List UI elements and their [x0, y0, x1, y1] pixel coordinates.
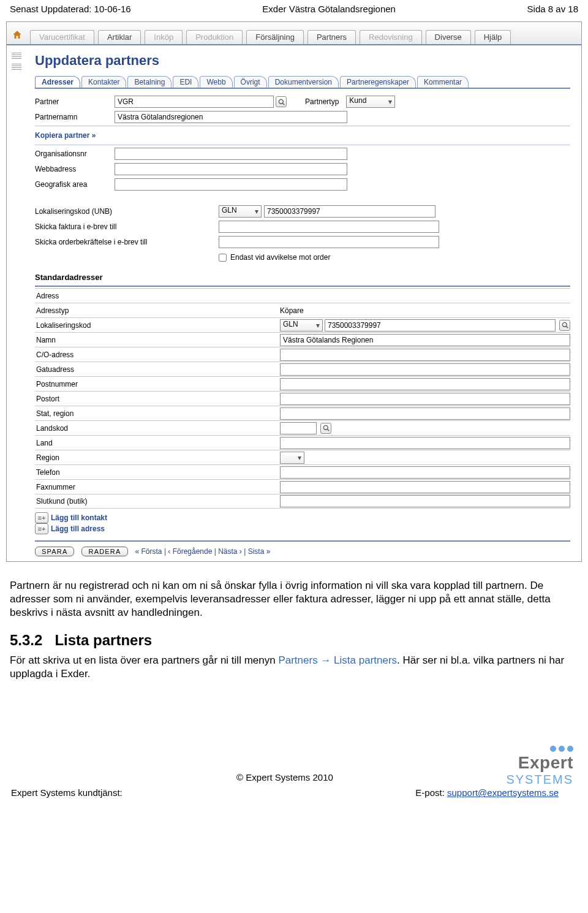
sidebar-icon[interactable]: [12, 64, 21, 71]
topnav-artiklar[interactable]: Artiklar: [98, 30, 141, 44]
svg-point-0: [279, 99, 283, 104]
addr-postnummer-label: Postnummer: [35, 380, 280, 388]
add-address-link[interactable]: Lägg till adress: [51, 525, 105, 533]
addr-postnummer-input[interactable]: [280, 378, 570, 390]
addr-region-label: Region: [35, 453, 280, 462]
partnertyp-select[interactable]: Kund: [346, 96, 395, 108]
label-partnertyp: Partnertyp: [305, 97, 342, 106]
tab-kontakter[interactable]: Kontakter: [81, 76, 126, 88]
topnav-varucertifikat[interactable]: Varucertifikat: [30, 30, 94, 44]
addr-postort-input[interactable]: [280, 393, 570, 405]
sidebar-icon[interactable]: [12, 53, 21, 60]
search-partner-icon[interactable]: [276, 96, 287, 107]
add-contact-icon[interactable]: ≡+: [35, 512, 48, 523]
page-title: Uppdatera partners: [35, 53, 570, 69]
webbadress-input[interactable]: [115, 163, 347, 175]
addr-faxnummer-label: Faxnummer: [35, 483, 280, 491]
addr-gatuadress-label: Gatuadress: [35, 365, 280, 374]
svg-point-4: [323, 425, 328, 430]
topnav-hjalp[interactable]: Hjälp: [475, 30, 511, 44]
expert-systems-logo: Expert SYSTEMS: [506, 746, 573, 787]
addr-loc-search-icon[interactable]: [559, 320, 570, 331]
addr-land-input[interactable]: [280, 437, 570, 449]
add-address-icon[interactable]: ≡+: [35, 523, 48, 534]
label-organisationsnr: Organisationsnr: [35, 150, 115, 158]
addr-slutkund-label: Slutkund (butik): [35, 497, 280, 506]
tab-dokumentversion[interactable]: Dokumentversion: [268, 76, 339, 88]
addr-region-select[interactable]: [280, 452, 304, 464]
save-button[interactable]: SPARA: [35, 547, 74, 556]
topnav-partners[interactable]: Partners: [307, 30, 356, 44]
addr-adresstyp-label: Adresstyp: [35, 306, 280, 315]
tab-edi[interactable]: EDI: [173, 76, 198, 88]
topnav-inkop[interactable]: Inköp: [145, 30, 183, 44]
footer-email-link[interactable]: support@expertsystems.se: [447, 787, 559, 798]
doc-header-right: Sida 8 av 18: [527, 4, 578, 14]
record-nav[interactable]: « Första | ‹ Föregående | Nästa › | Sist…: [135, 547, 271, 556]
addr-landskod-search-icon[interactable]: [320, 423, 331, 434]
addr-slutkund-input[interactable]: [280, 495, 570, 507]
topnav-diverse[interactable]: Diverse: [426, 30, 471, 44]
label-partnernamn: Partnernamn: [35, 113, 115, 121]
addr-stat-region-label: Stat, region: [35, 409, 280, 418]
home-icon[interactable]: [12, 29, 23, 40]
addr-landskod-input[interactable]: [280, 422, 317, 434]
topnav-forsaljning[interactable]: Försäljning: [246, 30, 304, 44]
kopiera-partner-link[interactable]: Kopiera partner »: [35, 131, 570, 140]
doc-paragraph-2: För att skriva ut en lista över era part…: [10, 654, 578, 681]
doc-paragraph-1: Partnern är nu registrerad och ni kan om…: [10, 579, 578, 619]
tab-kommentar[interactable]: Kommentar: [417, 76, 469, 88]
addr-lokaliseringskod-label: Lokaliseringskod: [35, 321, 280, 330]
delete-button[interactable]: RADERA: [81, 547, 127, 556]
svg-point-2: [562, 322, 567, 327]
svg-line-1: [282, 103, 284, 105]
tab-partneregenskaper[interactable]: Partneregenskaper: [340, 76, 416, 88]
addr-land-label: Land: [35, 439, 280, 447]
label-lokaliseringskod-unb: Lokaliseringskod (UNB): [35, 207, 219, 216]
tab-ovrigt[interactable]: Övrigt: [234, 76, 267, 88]
label-webbadress: Webbadress: [35, 165, 115, 173]
addr-co-input[interactable]: [280, 349, 570, 361]
doc-header-center: Exder Västra Götalandsregionen: [262, 4, 396, 14]
endast-checkbox[interactable]: [219, 254, 227, 262]
tab-adresser[interactable]: Adresser: [35, 76, 80, 88]
addr-loc-type-select[interactable]: GLN: [280, 319, 323, 331]
label-partner: Partner: [35, 97, 115, 106]
organisationsnr-input[interactable]: [115, 148, 347, 160]
tab-webb[interactable]: Webb: [200, 76, 232, 88]
svg-line-5: [327, 430, 329, 431]
add-contact-link[interactable]: Lägg till kontakt: [51, 513, 107, 522]
addr-gatuadress-input[interactable]: [280, 363, 570, 376]
sub-tabstrip: Adresser Kontakter Betalning EDI Webb Öv…: [35, 76, 570, 89]
label-orderbekraftelse: Skicka orderbekräftelse i e-brev till: [35, 238, 219, 246]
addr-header: Adress: [35, 292, 280, 300]
doc-header-left: Senast Uppdaterad: 10-06-16: [10, 4, 131, 14]
lokaliser-code-input[interactable]: [264, 205, 435, 218]
standardadresser-heading: Standardadresser: [35, 273, 570, 282]
footer-copyright: © Expert Systems 2010: [11, 772, 559, 782]
doc-h3-title: Lista partners: [55, 632, 152, 648]
topnav-redovisning[interactable]: Redovisning: [360, 30, 422, 44]
addr-stat-region-input[interactable]: [280, 407, 570, 420]
addr-telefon-label: Telefon: [35, 468, 280, 477]
doc-h3-number: 5.3.2: [10, 632, 42, 648]
footer-right: E-post: support@expertsystems.se: [415, 787, 559, 798]
lokaliser-type-select[interactable]: GLN: [219, 205, 262, 218]
standardadresser-table: Adress AdresstypKöpare Lokaliseringskod …: [35, 288, 570, 509]
partner-input[interactable]: [115, 96, 274, 108]
orderbekraftelse-input[interactable]: [219, 236, 439, 248]
topnav-produktion[interactable]: Produktion: [186, 30, 243, 44]
label-endast: Endast vid avvikelse mot order: [230, 253, 330, 262]
addr-adresstyp-value: Köpare: [280, 306, 304, 315]
tab-betalning[interactable]: Betalning: [127, 76, 172, 88]
addr-telefon-input[interactable]: [280, 466, 570, 479]
svg-line-3: [566, 327, 568, 328]
addr-namn-input[interactable]: [280, 334, 570, 346]
geografisk-area-input[interactable]: [115, 178, 347, 191]
addr-landskod-label: Landskod: [35, 424, 280, 433]
addr-loc-code-input[interactable]: [325, 319, 556, 331]
partnernamn-input[interactable]: [115, 111, 347, 123]
ebrev-input[interactable]: [219, 221, 439, 233]
addr-faxnummer-input[interactable]: [280, 481, 570, 493]
label-ebrev: Skicka faktura i e-brev till: [35, 222, 219, 231]
